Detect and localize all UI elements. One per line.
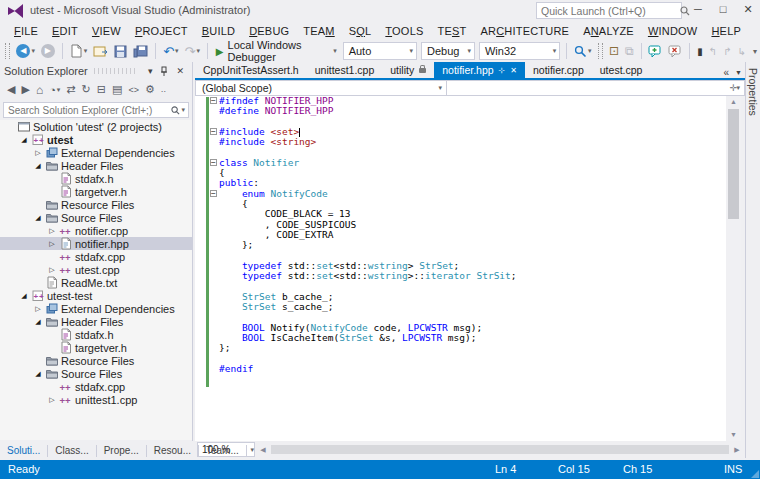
fold-collapse-icon[interactable]: − xyxy=(210,190,217,197)
pending-changes-filter-icon[interactable]: ◔▾ xyxy=(46,84,63,96)
code-line[interactable]: typedef std::set<std::wstring>::iterator… xyxy=(195,271,726,281)
tab-notifier-hpp[interactable]: notifier.hpp⊹✕ xyxy=(434,62,525,78)
toolbar-grip[interactable] xyxy=(5,43,10,59)
tree-item-stdafx-cpp[interactable]: ++stdafx.cpp xyxy=(0,250,192,263)
expander-icon[interactable]: ◢ xyxy=(18,136,30,144)
toolbar-options-icon[interactable]: ▾ xyxy=(750,41,759,61)
tree-item-utest[interactable]: ◢+ +utest xyxy=(0,133,192,146)
menu-view[interactable]: VIEW xyxy=(85,23,128,39)
solution-explorer-search[interactable]: ▾ xyxy=(3,102,189,118)
refresh-icon[interactable]: ↻ xyxy=(79,83,94,96)
tab-utility[interactable]: utility xyxy=(382,62,434,78)
tree-item-external-dependencies[interactable]: ▷External Dependencies xyxy=(0,302,192,315)
editor-split-handle[interactable]: ✛ xyxy=(726,80,741,96)
code-line[interactable]: StrSet s_cache_; xyxy=(195,302,726,312)
scroll-up-icon[interactable]: ▲ xyxy=(726,96,741,108)
properties-collapsed-panel[interactable]: Properties xyxy=(745,62,760,458)
properties-tab-label[interactable]: Properties xyxy=(747,68,759,116)
tree-item-header-files[interactable]: ◢Header Files xyxy=(0,159,192,172)
code-line[interactable]: }; xyxy=(195,343,726,353)
tree-item-notifier-hpp[interactable]: ▷notifier.hpp xyxy=(0,237,192,250)
collapse-all-icon[interactable]: ⊟ xyxy=(94,83,109,96)
code-line[interactable]: − enum NotifyCode xyxy=(195,189,726,199)
dock-tab-class[interactable]: Class... xyxy=(48,445,96,457)
menu-file[interactable]: FILE xyxy=(7,23,45,39)
code-line[interactable]: }; xyxy=(195,240,726,250)
dock-tab-prope[interactable]: Prope... xyxy=(97,445,147,457)
bookmark-icon[interactable]: ▮ xyxy=(695,41,705,61)
quick-launch-box[interactable] xyxy=(536,2,682,19)
scope-dropdown[interactable]: (Global Scope) ▾ xyxy=(195,80,447,96)
member-dropdown[interactable]: ▾ xyxy=(447,80,745,96)
solution-explorer-search-input[interactable] xyxy=(4,105,171,116)
tab-unittest1-cpp[interactable]: unittest1.cpp xyxy=(307,62,383,78)
tree-item-header-files[interactable]: ◢Header Files xyxy=(0,315,192,328)
undo-button[interactable]: ↶▾ xyxy=(161,41,180,61)
code-line[interactable]: −class Notifier xyxy=(195,158,726,168)
navigate-backward-button[interactable]: ◀▾ xyxy=(14,41,37,61)
add-comment-icon[interactable] xyxy=(646,41,664,61)
paste-icon[interactable]: ⧉ xyxy=(623,41,636,61)
code-line[interactable]: , CODE_EXTRA xyxy=(195,230,726,240)
code-line[interactable]: BOOL IsCacheItem(StrSet &s, LPCWSTR msg)… xyxy=(195,333,726,343)
window-position-icon[interactable]: ▾ xyxy=(144,66,157,76)
expander-icon[interactable]: ◢ xyxy=(18,292,30,300)
tree-item-unittest1-cpp[interactable]: ▷++unittest1.cpp xyxy=(0,393,192,406)
fold-collapse-icon[interactable]: − xyxy=(210,128,217,135)
code-line[interactable]: #endif xyxy=(195,364,726,374)
tree-item-stdafx-h[interactable]: stdafx.h xyxy=(0,328,192,341)
previous-bookmark-icon[interactable]: ↰ xyxy=(707,41,719,61)
window-resize-grip[interactable] xyxy=(751,470,759,478)
expander-icon[interactable]: ◢ xyxy=(32,370,44,378)
tab-cppunittestassert-h[interactable]: CppUnitTestAssert.h xyxy=(195,62,307,78)
expander-icon[interactable]: ◢ xyxy=(32,162,44,170)
menu-sql[interactable]: SQL xyxy=(342,23,379,39)
auto-combo[interactable]: Auto▾ xyxy=(343,42,417,60)
properties-icon[interactable]: ⚙ xyxy=(142,83,158,96)
save-button[interactable] xyxy=(112,41,129,61)
tree-item-solution-utest-2-projects-[interactable]: Solution 'utest' (2 projects) xyxy=(0,120,192,133)
quick-launch-input[interactable] xyxy=(537,5,680,17)
expander-icon[interactable]: ▷ xyxy=(46,227,58,235)
code-line[interactable]: { xyxy=(195,168,726,178)
forward-icon[interactable]: ▶ xyxy=(18,83,32,96)
toolbar-overflow-icon[interactable]: ‥ xyxy=(158,85,169,94)
tree-item-resource-files[interactable]: Resource Files xyxy=(0,198,192,211)
pin-icon[interactable] xyxy=(156,66,172,76)
vertical-scrollbar[interactable]: ▲ ▼ xyxy=(726,96,741,441)
tree-item-source-files[interactable]: ◢Source Files xyxy=(0,367,192,380)
toolbar-grip[interactable] xyxy=(598,43,603,59)
menu-architecture[interactable]: ARCHITECTURE xyxy=(473,23,576,39)
horizontal-scrollbar[interactable]: ◀ ▶ xyxy=(257,442,743,457)
remove-comment-icon[interactable] xyxy=(666,41,684,61)
code-line[interactable] xyxy=(195,353,726,363)
tree-item-utest-test[interactable]: ◢+ +utest-test xyxy=(0,289,192,302)
menu-debug[interactable]: DEBUG xyxy=(242,23,296,39)
vertical-scroll-thumb[interactable] xyxy=(728,109,739,219)
menu-tools[interactable]: TOOLS xyxy=(378,23,430,39)
menu-edit[interactable]: EDIT xyxy=(45,23,85,39)
pin-tab-icon[interactable]: ⊹ xyxy=(499,66,506,75)
open-file-button[interactable] xyxy=(91,41,110,61)
tree-item-readme-txt[interactable]: ReadMe.txt xyxy=(0,276,192,289)
expander-icon[interactable]: ◢ xyxy=(32,318,44,326)
tab-scroll-left-icon[interactable]: « xyxy=(721,67,733,78)
scroll-left-icon[interactable]: ◀ xyxy=(257,442,269,457)
expander-icon[interactable]: ▷ xyxy=(46,396,58,404)
menu-team[interactable]: TEAM xyxy=(296,23,341,39)
tree-item-external-dependencies[interactable]: ▷External Dependencies xyxy=(0,146,192,159)
solution-explorer-titlebar[interactable]: Solution Explorer ▾ ✕ xyxy=(0,62,192,79)
start-debugger-button[interactable]: ▶ Local Windows Debugger ▾ xyxy=(212,39,341,63)
tab-file-list-icon[interactable]: ▼ xyxy=(732,69,745,76)
menu-help[interactable]: HELP xyxy=(704,23,748,39)
new-file-button[interactable]: ▾ xyxy=(68,41,90,61)
box-selection-icon[interactable]: ⊡ xyxy=(607,41,621,61)
scroll-right-icon[interactable]: ▶ xyxy=(731,442,743,457)
tab-utest-cpp[interactable]: utest.cpp xyxy=(592,62,651,78)
tab-notifier-cpp[interactable]: notifier.cpp xyxy=(525,62,592,78)
dock-tab-resou[interactable]: Resou... xyxy=(147,445,199,457)
expander-icon[interactable]: ◢ xyxy=(32,214,44,222)
code-editor[interactable]: −#ifndef NOTIFIER_HPP#define NOTIFIER_HP… xyxy=(195,96,726,441)
tree-item-utest-cpp[interactable]: ▷++utest.cpp xyxy=(0,263,192,276)
navigate-to-icon[interactable]: ▾ xyxy=(572,41,594,61)
